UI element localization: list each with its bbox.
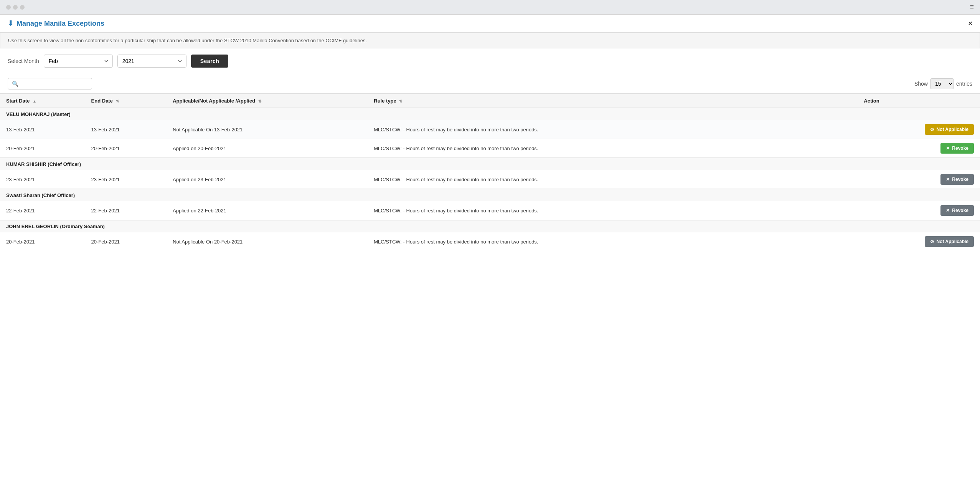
cell-end-date: 20-Feb-2021 bbox=[85, 232, 167, 251]
col-applicable[interactable]: Applicable/Not Applicable /Applied ⇅ bbox=[167, 94, 368, 108]
action-label: Revoke bbox=[952, 177, 968, 182]
revoke-gray-button[interactable]: ✕Revoke bbox=[940, 205, 974, 216]
col-rule-type[interactable]: Rule type ⇅ bbox=[368, 94, 858, 108]
download-icon: ⬇ bbox=[8, 19, 13, 28]
group-header-label: Swasti Sharan (Chief Officer) bbox=[0, 189, 980, 201]
menu-icon[interactable]: ≡ bbox=[970, 3, 974, 11]
action-label: Revoke bbox=[952, 146, 968, 151]
cell-start-date: 22-Feb-2021 bbox=[0, 201, 85, 220]
group-header-label: KUMAR SHISHIR (Chief Officer) bbox=[0, 158, 980, 170]
cell-action: ⊘Not Applicable bbox=[858, 232, 980, 251]
table-row: 13-Feb-202113-Feb-2021Not Applicable On … bbox=[0, 120, 980, 139]
table-row: 20-Feb-202120-Feb-2021Not Applicable On … bbox=[0, 232, 980, 251]
action-label: Revoke bbox=[952, 208, 968, 213]
entries-select[interactable]: 10 15 25 50 100 bbox=[930, 78, 954, 89]
search-button[interactable]: Search bbox=[191, 55, 229, 68]
traffic-lights bbox=[6, 5, 25, 10]
table-row: 22-Feb-202122-Feb-2021Applied on 22-Feb-… bbox=[0, 201, 980, 220]
cell-applicable: Applied on 22-Feb-2021 bbox=[167, 201, 368, 220]
show-entries: Show 10 15 25 50 100 entries bbox=[914, 78, 972, 89]
action-label: Not Applicable bbox=[936, 239, 968, 244]
search-box[interactable]: 🔍 bbox=[8, 78, 92, 89]
titlebar: ≡ bbox=[0, 0, 980, 15]
search-icon: 🔍 bbox=[12, 81, 18, 87]
table-header-row: Start Date ▲ End Date ⇅ Applicable/Not A… bbox=[0, 94, 980, 108]
cell-end-date: 23-Feb-2021 bbox=[85, 170, 167, 189]
col-start-date[interactable]: Start Date ▲ bbox=[0, 94, 85, 108]
cell-start-date: 20-Feb-2021 bbox=[0, 139, 85, 158]
cell-end-date: 13-Feb-2021 bbox=[85, 120, 167, 139]
group-header-row: KUMAR SHISHIR (Chief Officer) bbox=[0, 158, 980, 170]
revoke-gray-button[interactable]: ✕Revoke bbox=[940, 174, 974, 185]
cell-action: ✕Revoke bbox=[858, 170, 980, 189]
table-row: 20-Feb-202120-Feb-2021Applied on 20-Feb-… bbox=[0, 139, 980, 158]
close-button[interactable]: × bbox=[968, 20, 972, 28]
revoke-green-button[interactable]: ✕Revoke bbox=[940, 143, 974, 154]
col-end-date[interactable]: End Date ⇅ bbox=[85, 94, 167, 108]
traffic-dot-1 bbox=[6, 5, 11, 10]
action-icon: ✕ bbox=[946, 177, 950, 182]
page-title-container: ⬇ Manage Manila Exceptions bbox=[8, 19, 104, 28]
page-header: ⬇ Manage Manila Exceptions × bbox=[0, 15, 980, 33]
group-header-label: VELU MOHANRAJ (Master) bbox=[0, 108, 980, 120]
main-table: Start Date ▲ End Date ⇅ Applicable/Not A… bbox=[0, 93, 980, 251]
cell-rule-type: MLC/STCW: - Hours of rest may be divided… bbox=[368, 139, 858, 158]
table-row: 23-Feb-202123-Feb-2021Applied on 23-Feb-… bbox=[0, 170, 980, 189]
cell-applicable: Applied on 23-Feb-2021 bbox=[167, 170, 368, 189]
show-label: Show bbox=[914, 81, 928, 87]
content-area: Start Date ▲ End Date ⇅ Applicable/Not A… bbox=[0, 93, 980, 482]
cell-end-date: 20-Feb-2021 bbox=[85, 139, 167, 158]
cell-start-date: 20-Feb-2021 bbox=[0, 232, 85, 251]
cell-start-date: 23-Feb-2021 bbox=[0, 170, 85, 189]
info-banner-text: Use this screen to view all the non conf… bbox=[8, 38, 367, 43]
cell-rule-type: MLC/STCW: - Hours of rest may be divided… bbox=[368, 120, 858, 139]
cell-rule-type: MLC/STCW: - Hours of rest may be divided… bbox=[368, 201, 858, 220]
cell-applicable: Not Applicable On 13-Feb-2021 bbox=[167, 120, 368, 139]
cell-action: ✕Revoke bbox=[858, 139, 980, 158]
cell-rule-type: MLC/STCW: - Hours of rest may be divided… bbox=[368, 232, 858, 251]
controls-bar: Select Month Jan Feb Mar Apr May Jun Jul… bbox=[0, 48, 980, 74]
cell-action: ⊘Not Applicable bbox=[858, 120, 980, 139]
group-header-row: VELU MOHANRAJ (Master) bbox=[0, 108, 980, 120]
group-header-row: JOHN EREL GEORLIN (Ordinary Seaman) bbox=[0, 220, 980, 232]
col-action: Action bbox=[858, 94, 980, 108]
traffic-dot-2 bbox=[13, 5, 18, 10]
cell-action: ✕Revoke bbox=[858, 201, 980, 220]
search-input[interactable] bbox=[21, 81, 88, 87]
group-header-row: Swasti Sharan (Chief Officer) bbox=[0, 189, 980, 201]
cell-applicable: Applied on 20-Feb-2021 bbox=[167, 139, 368, 158]
cell-applicable: Not Applicable On 20-Feb-2021 bbox=[167, 232, 368, 251]
main-window: ≡ ⬇ Manage Manila Exceptions × Use this … bbox=[0, 0, 980, 482]
not-applicable-button[interactable]: ⊘Not Applicable bbox=[925, 124, 974, 135]
action-icon: ✕ bbox=[946, 208, 950, 213]
not-applicable-gray-button[interactable]: ⊘Not Applicable bbox=[925, 236, 974, 247]
year-select[interactable]: 2019 2020 2021 2022 2023 bbox=[117, 55, 186, 68]
action-icon: ⊘ bbox=[930, 127, 934, 132]
sort-none-icon-end: ⇅ bbox=[116, 99, 119, 103]
info-banner: Use this screen to view all the non conf… bbox=[0, 33, 980, 48]
group-header-label: JOHN EREL GEORLIN (Ordinary Seaman) bbox=[0, 220, 980, 232]
cell-end-date: 22-Feb-2021 bbox=[85, 201, 167, 220]
sort-none-icon-applicable: ⇅ bbox=[258, 99, 261, 103]
cell-rule-type: MLC/STCW: - Hours of rest may be divided… bbox=[368, 170, 858, 189]
month-select[interactable]: Jan Feb Mar Apr May Jun Jul Aug Sep Oct … bbox=[44, 55, 113, 68]
cell-start-date: 13-Feb-2021 bbox=[0, 120, 85, 139]
page-title: Manage Manila Exceptions bbox=[16, 20, 104, 28]
action-icon: ✕ bbox=[946, 146, 950, 151]
sort-none-icon-rule: ⇅ bbox=[399, 99, 402, 103]
action-label: Not Applicable bbox=[936, 127, 968, 132]
entries-label: entries bbox=[956, 81, 972, 87]
action-icon: ⊘ bbox=[930, 239, 934, 244]
traffic-dot-3 bbox=[20, 5, 25, 10]
table-controls: 🔍 Show 10 15 25 50 100 entries bbox=[0, 74, 980, 93]
select-month-label: Select Month bbox=[8, 58, 39, 64]
sort-asc-icon: ▲ bbox=[33, 99, 36, 103]
